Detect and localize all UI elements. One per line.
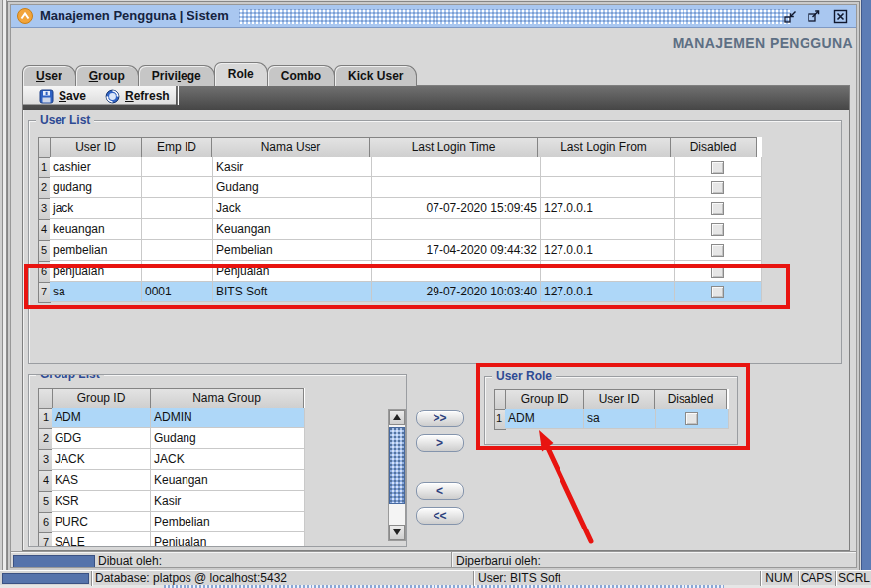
minimize-window-button[interactable] xyxy=(782,8,799,25)
cell[interactable]: sa xyxy=(584,409,656,429)
cell[interactable]: ADMIN xyxy=(151,408,305,428)
scrollbar-thumb[interactable] xyxy=(389,427,405,504)
cell[interactable]: cashier xyxy=(50,157,142,177)
cell[interactable]: Kasir xyxy=(213,157,372,177)
disabled-checkbox[interactable] xyxy=(711,265,724,278)
cell[interactable]: 127.0.0.1 xyxy=(541,282,675,302)
cell[interactable]: sa xyxy=(50,282,142,302)
cell[interactable]: JACK xyxy=(52,449,151,470)
tab-user[interactable]: User xyxy=(22,65,76,86)
cell[interactable]: KAS xyxy=(52,470,151,491)
table-row[interactable]: 4KASKeuangan xyxy=(38,470,305,491)
tab-combo[interactable]: Combo xyxy=(267,65,335,86)
cell[interactable] xyxy=(142,157,213,177)
save-button[interactable]: Save xyxy=(36,87,89,105)
cell[interactable] xyxy=(372,261,541,282)
disabled-cell[interactable] xyxy=(675,261,762,282)
cell[interactable]: Kasir xyxy=(151,491,305,512)
table-row[interactable]: 2GDGGudang xyxy=(38,428,305,449)
scroll-down-button[interactable] xyxy=(389,525,405,540)
table-row[interactable]: 3jackJack07-07-2020 15:09:45127.0.0.1 xyxy=(38,198,762,219)
cell[interactable]: Gudang xyxy=(151,428,305,449)
cell[interactable]: Pembelian xyxy=(151,512,305,532)
close-window-button[interactable] xyxy=(832,8,849,25)
cell[interactable]: KSR xyxy=(52,491,151,512)
cell[interactable] xyxy=(142,177,213,198)
disabled-cell[interactable] xyxy=(656,409,729,429)
row-number[interactable]: 2 xyxy=(38,428,53,450)
disabled-cell[interactable] xyxy=(675,219,762,240)
cell[interactable] xyxy=(541,157,675,177)
cell[interactable]: SALE xyxy=(52,532,151,547)
refresh-button[interactable]: Refresh xyxy=(102,87,173,105)
cell[interactable]: 17-04-2020 09:44:32 xyxy=(372,240,541,261)
disabled-cell[interactable] xyxy=(675,198,762,219)
table-row[interactable]: 2gudangGudang xyxy=(38,177,762,198)
disabled-checkbox[interactable] xyxy=(711,244,724,257)
disabled-checkbox[interactable] xyxy=(711,202,724,215)
row-number[interactable]: 4 xyxy=(38,470,53,492)
cell[interactable]: penjualan xyxy=(50,261,142,282)
table-row[interactable]: 1ADMsa xyxy=(494,409,729,429)
cell[interactable] xyxy=(541,177,675,198)
cell[interactable]: jack xyxy=(50,198,142,219)
move-all-right-button[interactable]: >> xyxy=(416,410,464,427)
cell[interactable]: 127.0.0.1 xyxy=(541,240,675,261)
cell[interactable] xyxy=(142,219,213,240)
row-number[interactable]: 3 xyxy=(38,449,53,471)
cell[interactable]: Penjualan xyxy=(213,261,372,282)
cell[interactable] xyxy=(372,157,541,177)
cell[interactable]: JACK xyxy=(151,449,305,470)
table-row[interactable]: 5KSRKasir xyxy=(38,491,305,512)
cell[interactable]: GDG xyxy=(52,428,151,449)
table-row[interactable]: 7SALEPenjualan xyxy=(38,532,305,547)
cell[interactable]: Gudang xyxy=(213,177,372,198)
cell[interactable]: gudang xyxy=(50,177,142,198)
disabled-checkbox[interactable] xyxy=(685,412,698,425)
disabled-cell[interactable] xyxy=(675,177,762,198)
cell[interactable]: ADM xyxy=(505,409,584,429)
table-row[interactable]: 1cashierKasir xyxy=(38,157,762,177)
move-left-button[interactable]: < xyxy=(416,482,464,500)
table-row[interactable]: 6penjualanPenjualan xyxy=(38,261,762,282)
maximize-window-button[interactable] xyxy=(806,8,822,25)
cell[interactable]: keuangan xyxy=(50,219,142,240)
tab-privilege[interactable]: Privilege xyxy=(138,65,215,86)
cell[interactable] xyxy=(372,219,541,240)
cell[interactable]: Penjualan xyxy=(151,532,305,547)
cell[interactable] xyxy=(541,219,675,240)
table-row[interactable]: 1ADMADMIN xyxy=(38,408,305,428)
window-titlebar[interactable]: Manajemen Pengguna | Sistem xyxy=(11,5,856,28)
disabled-checkbox[interactable] xyxy=(711,161,724,174)
cell[interactable]: pembelian xyxy=(50,240,142,261)
cell[interactable]: ADM xyxy=(52,408,151,428)
move-right-button[interactable]: > xyxy=(416,434,464,452)
cell[interactable]: Jack xyxy=(213,198,372,219)
tab-role[interactable]: Role xyxy=(214,62,268,86)
cell[interactable]: Keuangan xyxy=(151,470,305,491)
cell[interactable] xyxy=(372,177,541,198)
cell[interactable] xyxy=(142,198,213,219)
move-all-left-button[interactable]: << xyxy=(416,507,464,525)
row-number[interactable]: 7 xyxy=(38,532,53,547)
disabled-cell[interactable] xyxy=(675,282,762,302)
cell[interactable]: 07-07-2020 15:09:45 xyxy=(372,198,541,219)
cell[interactable]: PURC xyxy=(52,512,151,532)
tab-kick-user[interactable]: Kick User xyxy=(334,65,417,86)
table-row[interactable]: 5pembelianPembelian17-04-2020 09:44:3212… xyxy=(38,240,762,261)
disabled-checkbox[interactable] xyxy=(711,286,724,298)
disabled-checkbox[interactable] xyxy=(711,223,724,236)
cell[interactable]: 29-07-2020 10:03:40 xyxy=(372,282,541,302)
cell[interactable] xyxy=(142,240,213,261)
cell[interactable]: Pembelian xyxy=(213,240,372,261)
tab-group[interactable]: Group xyxy=(75,65,139,86)
row-number[interactable]: 1 xyxy=(38,408,53,429)
table-row[interactable]: 4keuanganKeuangan xyxy=(38,219,762,240)
disabled-checkbox[interactable] xyxy=(711,181,724,194)
table-row[interactable]: 3JACKJACK xyxy=(38,449,305,470)
scroll-up-button[interactable] xyxy=(389,410,405,425)
cell[interactable] xyxy=(142,261,213,282)
disabled-cell[interactable] xyxy=(675,240,762,261)
group-list-scrollbar[interactable] xyxy=(388,409,406,541)
table-row[interactable]: 7sa0001BITS Soft29-07-2020 10:03:40127.0… xyxy=(38,282,762,302)
